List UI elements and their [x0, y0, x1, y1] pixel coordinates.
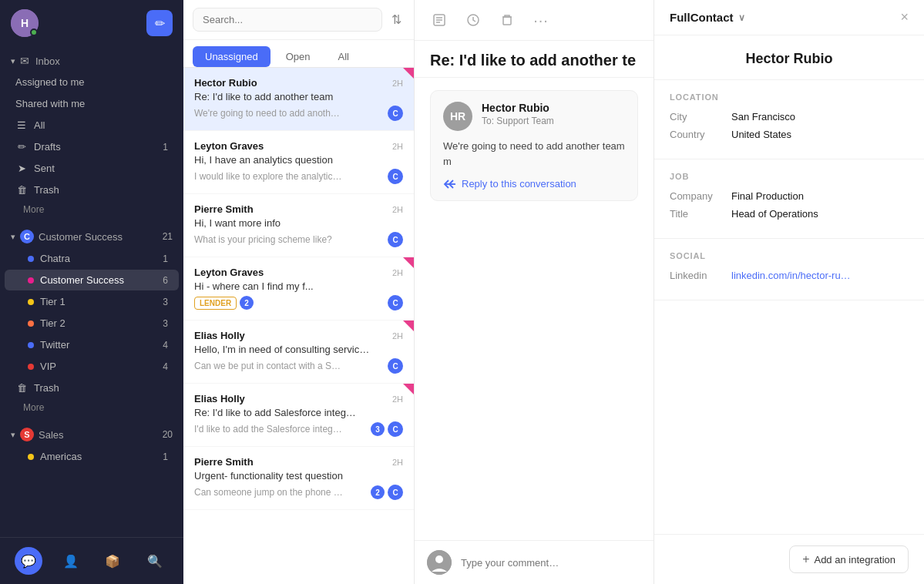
linkedin-key: Linkedin [670, 270, 731, 281]
inbox-item-5[interactable]: Elias Holly 2H Re: I'd like to add Sales… [183, 384, 414, 447]
sidebar-more-1[interactable]: More [0, 201, 183, 218]
inbox-item-6[interactable]: Pierre Smith 2H Urgent- functionality te… [183, 447, 414, 510]
add-integration-button[interactable]: + Add an integration [789, 545, 909, 573]
compose-button[interactable]: ✏ [146, 10, 173, 36]
inbox-item-4[interactable]: Elias Holly 2H Hello, I'm in need of con… [183, 321, 414, 384]
item-time-3: 2H [392, 268, 403, 277]
sidebar-item-chatra[interactable]: Chatra 1 [5, 248, 179, 269]
sidebar-item-vip[interactable]: VIP 4 [5, 356, 179, 377]
item-time-5: 2H [392, 394, 403, 404]
search-bottom-icon[interactable]: 🔍 [141, 547, 169, 575]
inbox-item-0[interactable]: Hector Rubio 2H Re: I'd like to add anot… [183, 68, 414, 131]
sales-section: ▾ S Sales 20 Americas 1 [0, 419, 183, 471]
sales-group-label: Sales [39, 429, 163, 441]
right-panel: FullContact ∨ × Hector Rubio LOCATION Ci… [654, 0, 924, 584]
trash-icon-2: 🗑 [15, 382, 28, 394]
item-bottom-1: I would like to explore the analytic… C [194, 169, 403, 184]
dropdown-chevron-icon[interactable]: ∨ [738, 12, 745, 23]
item-tag-3: LENDER [194, 297, 237, 310]
item-preview-6: Can someone jump on the phone … [194, 487, 371, 498]
assigned-label: Assigned to me [15, 76, 168, 88]
conv-input-area [415, 540, 654, 584]
conversation-panel: ··· Re: I'd like to add another te HR He… [415, 0, 654, 584]
customer-success-group-header[interactable]: ▾ C Customer Success 21 [0, 224, 183, 247]
contact-name: Hector Rubio [654, 35, 924, 80]
inbox-tabs: Unassigned Open All [183, 40, 414, 68]
sales-group-header[interactable]: ▾ S Sales 20 [0, 422, 183, 445]
clock-button[interactable] [461, 8, 486, 32]
tab-unassigned[interactable]: Unassigned [193, 46, 270, 67]
cs-dot [28, 277, 34, 284]
item-top-5: Elias Holly 2H [194, 393, 403, 404]
sidebar-item-sent[interactable]: ➤ Sent [5, 158, 179, 179]
sort-button[interactable]: ⇅ [388, 9, 405, 30]
message-body: We're going to need to add another team … [443, 139, 625, 169]
item-badge-6: 2 [371, 485, 385, 499]
sidebar-item-tier2[interactable]: Tier 2 3 [5, 313, 179, 334]
reply-label: Reply to this conversation [462, 178, 576, 190]
sidebar-bottom: 💬 👤 📦 🔍 [0, 537, 183, 584]
item-bottom-6: Can someone jump on the phone … 2 C [194, 485, 403, 500]
sidebar-item-drafts[interactable]: ✏ Drafts 1 [5, 136, 179, 157]
packages-bottom-icon[interactable]: 📦 [99, 547, 126, 575]
title-row: Title Head of Operations [670, 208, 909, 220]
item-bottom-0: We're going to need to add anoth… C [194, 106, 403, 121]
inbox-group-header[interactable]: ▾ ✉ Inbox [0, 49, 183, 71]
americas-count: 1 [163, 451, 168, 462]
item-subject-0: Re: I'd like to add another team [194, 91, 403, 102]
avatar[interactable]: H [11, 9, 39, 37]
item-top-6: Pierre Smith 2H [194, 456, 403, 468]
sidebar-item-twitter[interactable]: Twitter 4 [5, 334, 179, 355]
linkedin-value[interactable]: linkedin.com/in/hector-ru… [731, 270, 909, 281]
delete-button[interactable] [495, 8, 519, 32]
sidebar-item-trash-1[interactable]: 🗑 Trash [5, 180, 179, 200]
sidebar-item-all[interactable]: ☰ All [5, 115, 179, 136]
ticket-button[interactable] [427, 8, 452, 32]
tab-open[interactable]: Open [274, 46, 323, 67]
flag-0 [403, 68, 414, 79]
item-avatar-1: C [388, 169, 403, 184]
sidebar-more-2[interactable]: More [0, 399, 183, 416]
conversation-messages: HR Hector Rubio To: Support Team We're g… [415, 78, 654, 540]
item-time-0: 2H [392, 79, 403, 88]
sidebar-item-americas[interactable]: Americas 1 [5, 446, 179, 467]
customer-success-label: Customer Success [40, 274, 163, 286]
inbox-item-2[interactable]: Pierre Smith 2H Hi, I want more info Wha… [183, 194, 414, 257]
sidebar-item-tier1[interactable]: Tier 1 3 [5, 291, 179, 312]
sales-chevron-icon: ▾ [11, 430, 15, 440]
vip-dot [28, 364, 34, 370]
item-time-1: 2H [392, 142, 403, 151]
sidebar-item-shared[interactable]: Shared with me [5, 93, 179, 114]
message-header: HR Hector Rubio To: Support Team [443, 102, 625, 131]
tab-all[interactable]: All [325, 46, 361, 67]
plus-icon: + [802, 552, 809, 566]
close-button[interactable]: × [900, 9, 909, 25]
add-integration-label: Add an integration [814, 554, 895, 566]
customer-success-count: 6 [163, 275, 168, 286]
reply-link[interactable]: Reply to this conversation [443, 178, 625, 190]
chat-bottom-icon[interactable]: 💬 [15, 547, 42, 575]
svg-text:H: H [21, 17, 29, 29]
all-label: All [34, 119, 168, 131]
comment-input[interactable] [461, 557, 641, 569]
location-section-title: LOCATION [670, 92, 909, 102]
more-options-button[interactable]: ··· [529, 8, 553, 32]
sidebar-item-assigned[interactable]: Assigned to me [5, 72, 179, 92]
inbox-section: ▾ ✉ Inbox Assigned to me Shared with me … [0, 46, 183, 221]
svg-rect-7 [503, 17, 511, 25]
all-icon: ☰ [15, 119, 28, 131]
search-input[interactable] [193, 8, 382, 32]
inbox-chevron-icon: ▾ [11, 56, 15, 66]
drafts-count: 1 [163, 142, 168, 153]
trash-icon-1: 🗑 [15, 184, 28, 196]
inbox-item-3[interactable]: Leyton Graves 2H Hi - where can I find m… [183, 257, 414, 321]
chatra-label: Chatra [40, 253, 163, 264]
right-panel-header: FullContact ∨ × [654, 0, 924, 35]
sidebar-item-trash-2[interactable]: 🗑 Trash [5, 378, 179, 398]
sidebar-top: H ✏ [0, 0, 183, 46]
contacts-bottom-icon[interactable]: 👤 [57, 547, 85, 575]
sidebar-item-customer-success[interactable]: Customer Success 6 [5, 270, 179, 290]
item-avatar-2: C [388, 232, 403, 247]
country-key: Country [670, 129, 731, 140]
inbox-item-1[interactable]: Leyton Graves 2H Hi, I have an analytics… [183, 131, 414, 194]
